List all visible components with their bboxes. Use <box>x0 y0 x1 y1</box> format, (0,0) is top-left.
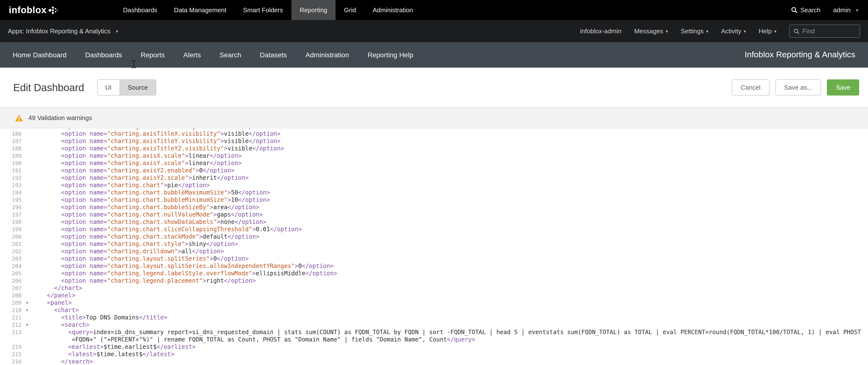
subnav-reporting-help[interactable]: Reporting Help <box>358 51 423 59</box>
cancel-button[interactable]: Cancel <box>732 79 769 95</box>
top-navbar: infoblox DashboardsData ManagementSmart … <box>0 0 868 20</box>
code-line[interactable]: 196 <option name="charting.chart.bubbleS… <box>0 204 868 211</box>
fold-toggle-icon[interactable]: ▾ <box>22 322 33 329</box>
line-number: 190 <box>0 160 22 167</box>
code-line[interactable]: 211 <title>Top DNS Domains</title> <box>0 314 868 322</box>
appbar-menu-settings[interactable]: Settings▾ <box>681 27 708 35</box>
code-line[interactable]: 200 <option name="charting.chart.stackMo… <box>0 233 868 241</box>
code-line[interactable]: 188 <option name="charting.axisTitleY2.v… <box>0 145 868 152</box>
code-line[interactable]: 198 <option name="charting.chart.showDat… <box>0 218 868 226</box>
code-line[interactable]: 195 <option name="charting.chart.bubbleM… <box>0 196 868 204</box>
code-line[interactable]: 213 <query>index=ib_dns_summary report=s… <box>0 329 868 336</box>
subnav-reports[interactable]: Reports <box>131 51 174 59</box>
fold-spacer <box>22 167 33 175</box>
segment-source[interactable]: Source <box>120 80 156 95</box>
validation-warning-bar: 49 Validation warnings <box>0 107 868 128</box>
code-line[interactable]: 202 <option name="charting.drilldown">al… <box>0 248 868 255</box>
code-line[interactable]: 204 <option name="charting.layout.splitS… <box>0 263 868 270</box>
code-line[interactable]: 193 <option name="charting.chart">pie</o… <box>0 182 868 189</box>
line-number: 200 <box>0 233 22 241</box>
fold-spacer <box>22 152 33 160</box>
caret-down-icon: ▾ <box>666 29 668 34</box>
save-as-button[interactable]: Save as... <box>775 79 821 95</box>
code-text: <option name="charting.axisY.scale">line… <box>33 160 868 167</box>
code-line[interactable]: 190 <option name="charting.axisY.scale">… <box>0 160 868 167</box>
source-code-editor[interactable]: 185 <option name="charting.axisLabelsY.m… <box>0 128 868 365</box>
top-menu-administration[interactable]: Administration <box>364 0 421 20</box>
fold-toggle-icon[interactable]: ▾ <box>22 299 33 307</box>
app-bar: Apps: Infoblox Reporting & Analytics ▾ i… <box>0 20 868 42</box>
code-line[interactable]: 205 <option name="charting.legend.labelS… <box>0 270 868 277</box>
code-line[interactable]: =FQDN+" ("+PERCENT+"%)" | rename FQDN_TO… <box>0 336 868 343</box>
label: Alerts <box>183 51 201 59</box>
fold-spacer <box>22 351 33 358</box>
code-text: <earliest>$time.earliest$</earliest> <box>33 343 868 351</box>
code-line[interactable]: 207 </chart> <box>0 285 868 292</box>
subnav-administration[interactable]: Administration <box>296 51 358 59</box>
code-line[interactable]: 189 <option name="charting.axisX.scale">… <box>0 152 868 160</box>
code-line[interactable]: 212▾ <search> <box>0 322 868 329</box>
subnav-datasets[interactable]: Datasets <box>251 51 297 59</box>
code-line[interactable]: 194 <option name="charting.chart.bubbleM… <box>0 189 868 196</box>
code-line[interactable]: 192 <option name="charting.axisY2.scale"… <box>0 175 868 182</box>
code-line[interactable]: 186 <option name="charting.axisTitleX.vi… <box>0 130 868 138</box>
code-line[interactable]: 187 <option name="charting.axisTitleY.vi… <box>0 138 868 145</box>
code-line[interactable]: 185 <option name="charting.axisLabelsY.m… <box>0 128 868 130</box>
subnav-home-dashboard[interactable]: Home Dashboard <box>13 51 76 59</box>
fold-spacer <box>22 130 33 138</box>
code-line[interactable]: 203 <option name="charting.layout.splitS… <box>0 255 868 263</box>
code-line[interactable]: 210▾ <chart> <box>0 307 868 314</box>
code-line[interactable]: 199 <option name="charting.chart.sliceCo… <box>0 226 868 233</box>
line-number: 202 <box>0 248 22 255</box>
appbar-menu-activity[interactable]: Activity▾ <box>721 27 746 35</box>
code-line[interactable]: 201 <option name="charting.chart.style">… <box>0 241 868 248</box>
subnav-search[interactable]: Search <box>210 51 251 59</box>
code-text: <option name="charting.chart.bubbleMaxim… <box>33 189 868 196</box>
code-text: <option name="charting.axisTitleY2.visib… <box>33 145 868 152</box>
top-menu-smart-folders[interactable]: Smart Folders <box>235 0 291 20</box>
apps-dropdown[interactable]: Apps: Infoblox Reporting & Analytics ▾ <box>8 27 118 35</box>
line-number: 193 <box>0 182 22 189</box>
code-line[interactable]: 214 <earliest>$time.earliest$</earliest> <box>0 343 868 351</box>
code-line[interactable]: 206 <option name="charting.legend.placem… <box>0 277 868 285</box>
global-search[interactable]: Search <box>791 6 820 14</box>
appbar-menu-messages[interactable]: Messages▾ <box>634 27 668 35</box>
infoblox-logo[interactable]: infoblox <box>0 0 68 20</box>
fold-spacer <box>22 233 33 241</box>
line-number <box>0 336 22 343</box>
line-number: 191 <box>0 167 22 175</box>
appbar-menus: Messages▾Settings▾Activity▾Help▾ <box>634 27 776 35</box>
appbar-admin-link[interactable]: infoblox-admin <box>580 27 621 35</box>
top-menu-dashboards[interactable]: Dashboards <box>115 0 165 20</box>
code-line[interactable]: 216 </search> <box>0 358 868 365</box>
segment-ui[interactable]: UI <box>97 80 120 95</box>
save-button[interactable]: Save <box>827 79 859 95</box>
subnav-dashboards[interactable]: Dashboards <box>76 51 131 59</box>
subnav-alerts[interactable]: Alerts <box>174 51 210 59</box>
line-number: 203 <box>0 255 22 263</box>
line-number: 197 <box>0 211 22 218</box>
top-menu-reporting[interactable]: Reporting <box>291 0 336 20</box>
code-line[interactable]: 209▾ <panel> <box>0 299 868 307</box>
fold-spacer <box>22 189 33 196</box>
fold-spacer <box>22 329 33 336</box>
label: Source <box>128 84 148 91</box>
top-menu-grid[interactable]: Grid <box>336 0 364 20</box>
top-menu-data-management[interactable]: Data Management <box>165 0 235 20</box>
line-number: 199 <box>0 226 22 233</box>
view-toggle: UISource <box>97 79 156 95</box>
code-line[interactable]: 208 </panel> <box>0 292 868 299</box>
find-input[interactable] <box>802 27 856 35</box>
code-text: <option name="charting.chart.bubbleSizeB… <box>33 204 868 211</box>
appbar-menu-help[interactable]: Help▾ <box>758 27 776 35</box>
code-line[interactable]: 191 <option name="charting.axisY2.enable… <box>0 167 868 175</box>
code-line[interactable]: 215 <latest>$time.latest$</latest> <box>0 351 868 358</box>
code-line[interactable]: 197 <option name="charting.chart.nullVal… <box>0 211 868 218</box>
find-search[interactable] <box>789 25 860 38</box>
line-number: 187 <box>0 138 22 145</box>
code-text: <option name="charting.axisY2.scale">inh… <box>33 175 868 182</box>
fold-toggle-icon[interactable]: ▾ <box>22 307 33 314</box>
code-text: <option name="charting.chart">pie</optio… <box>33 182 868 189</box>
line-number: 185 <box>0 128 22 130</box>
user-menu[interactable]: admin ▾ <box>833 6 858 14</box>
